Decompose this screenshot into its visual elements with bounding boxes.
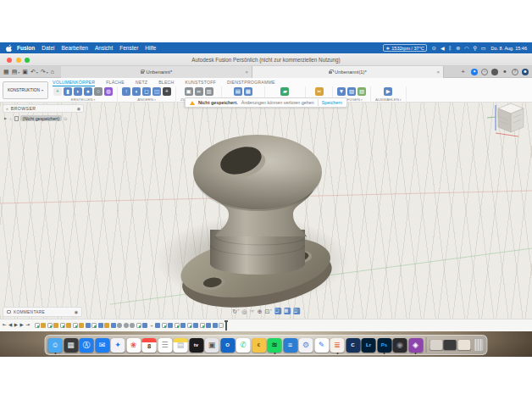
timeline-feature-sketch[interactable] bbox=[60, 323, 65, 329]
press-pull-icon[interactable]: ↑ bbox=[122, 87, 130, 96]
step-back-icon[interactable]: ◀ bbox=[8, 323, 12, 328]
profile-icon[interactable]: ☻ bbox=[502, 69, 508, 75]
minimized-window-2[interactable] bbox=[444, 340, 457, 350]
construction-plane-icon[interactable]: ▰ bbox=[280, 87, 289, 96]
timeline-feature-blue[interactable] bbox=[193, 323, 198, 329]
menu-ansicht[interactable]: Ansicht bbox=[91, 45, 116, 51]
ribbon-tab-dienstprogramme[interactable]: DIENSTPROGRAMME bbox=[227, 79, 275, 86]
timeline-feature-blue[interactable] bbox=[206, 323, 211, 329]
avatar-icon[interactable]: ☻ bbox=[522, 69, 529, 75]
group-label-erstellen[interactable]: ERSTELLEN bbox=[71, 97, 95, 102]
photos-icon[interactable]: ❀ bbox=[126, 338, 141, 353]
document-tab-1[interactable]: Unbenannt*× bbox=[61, 66, 252, 78]
viewports-icon[interactable]: ◫▾ bbox=[293, 308, 300, 314]
shell-icon[interactable]: ◻ bbox=[142, 87, 151, 96]
form-icon[interactable]: ◍ bbox=[104, 87, 113, 96]
measure-icon[interactable]: ≍ bbox=[315, 87, 324, 96]
ribbon-tab-kunststoff[interactable]: KUNSTSTOFF bbox=[186, 79, 217, 86]
browser-root-node[interactable]: ▶ ☼ (Nicht gespeichert) ⊙ bbox=[3, 115, 84, 121]
menu-clock[interactable]: Do. 8. Aug. 15:46 bbox=[490, 46, 527, 51]
timeline-feature-gold[interactable] bbox=[79, 323, 84, 329]
ribbon-tab-volumenkörper[interactable]: VOLUMENKÖRPER bbox=[53, 79, 95, 86]
timeline-feature-grey[interactable] bbox=[130, 323, 135, 329]
display-settings-icon[interactable]: ▢▾ bbox=[274, 308, 281, 314]
preview-icon[interactable]: ▣ bbox=[205, 338, 219, 353]
outlook-icon[interactable]: O bbox=[220, 338, 235, 353]
save-button[interactable]: Speichern bbox=[322, 100, 342, 105]
group-label-auswählen[interactable]: AUSWÄHLEN bbox=[375, 97, 402, 102]
insert-mesh-icon[interactable]: ▼ bbox=[337, 87, 346, 96]
c-app-icon[interactable]: C bbox=[346, 338, 360, 353]
timeline-feature-sketch[interactable] bbox=[187, 323, 192, 329]
drawing-app-icon[interactable]: ✎ bbox=[314, 338, 329, 353]
facetime-icon[interactable]: ✆ bbox=[236, 338, 251, 353]
timeline-feature-blue[interactable] bbox=[155, 323, 160, 329]
timeline-feature-grey[interactable] bbox=[117, 323, 122, 329]
file-icon[interactable]: ▤▾ bbox=[12, 69, 20, 75]
search-icon[interactable]: ⚲ bbox=[473, 46, 476, 51]
timeline-feature-sketch[interactable] bbox=[73, 323, 78, 329]
spotify-icon[interactable]: ≋ bbox=[268, 338, 282, 353]
help-icon[interactable]: ? bbox=[512, 69, 518, 75]
apple-menu[interactable] bbox=[5, 44, 12, 52]
timeline-feature-blue[interactable] bbox=[180, 323, 186, 329]
go-to-start-icon[interactable]: ⇤ bbox=[3, 323, 7, 328]
reminders-icon[interactable]: ☰ bbox=[158, 338, 172, 353]
timeline-feature-gold[interactable] bbox=[104, 323, 109, 329]
new-document-tab-button[interactable]: + bbox=[457, 68, 469, 75]
volume-icon[interactable]: ◀ bbox=[441, 46, 445, 51]
pan-icon[interactable]: ☞ bbox=[249, 308, 254, 314]
fan-temp-stat[interactable]: 1532rpm / 37°C bbox=[383, 44, 427, 52]
calendar-icon[interactable]: 8 bbox=[142, 338, 157, 353]
lightroom-icon[interactable]: Lr bbox=[362, 338, 376, 353]
timeline-feature-blue[interactable] bbox=[168, 323, 173, 329]
timeline-feature-gold[interactable] bbox=[53, 323, 58, 329]
ribbon-tab-netz[interactable]: NETZ bbox=[136, 79, 147, 86]
scene-canvas[interactable] bbox=[0, 103, 532, 319]
wifi-icon[interactable]: ◠ bbox=[464, 46, 468, 51]
extensions-icon[interactable]: ✦ bbox=[471, 69, 478, 75]
safari-icon[interactable]: ✦ bbox=[111, 338, 125, 353]
ribbon-tab-blech[interactable]: BLECH bbox=[158, 79, 174, 86]
configuration-icon[interactable]: ▤ bbox=[234, 87, 242, 96]
redo-icon[interactable]: ↷▾ bbox=[41, 69, 48, 75]
trash-icon[interactable] bbox=[474, 338, 485, 352]
extrude-icon[interactable]: ▮ bbox=[64, 87, 72, 96]
group-label-ändern[interactable]: ÄNDERN bbox=[137, 97, 155, 102]
collapse-icon[interactable]: « bbox=[6, 106, 8, 111]
grid-and-snaps-icon[interactable]: ▦▾ bbox=[284, 308, 291, 314]
timeline-feature-sketch[interactable] bbox=[91, 323, 97, 329]
joint-icon[interactable]: ∞ bbox=[195, 87, 203, 96]
timeline-feature-sketch[interactable] bbox=[35, 323, 40, 329]
timeline-feature-sketch[interactable] bbox=[200, 323, 205, 329]
timeline-feature-blue[interactable] bbox=[86, 323, 91, 329]
data-panel-icon[interactable]: ▦ bbox=[3, 69, 9, 75]
timeline-feature-gold[interactable] bbox=[41, 323, 46, 329]
comments-panel[interactable]: KOMMENTARE ◉ bbox=[3, 307, 82, 317]
timeline-feature-sketch[interactable] bbox=[47, 323, 53, 329]
timeline-feature-sketch[interactable] bbox=[162, 323, 167, 329]
go-to-end-icon[interactable]: ⇥ bbox=[25, 323, 30, 328]
pattern-icon[interactable]: ○ bbox=[94, 87, 103, 96]
combine-icon[interactable]: ◫ bbox=[152, 87, 161, 96]
play-icon[interactable]: ▶ bbox=[14, 323, 18, 328]
photoshop-icon[interactable]: Ps bbox=[377, 338, 391, 353]
finder-icon[interactable]: ☺ bbox=[48, 338, 63, 353]
minimized-window-1[interactable] bbox=[429, 340, 442, 350]
rigid-group-icon[interactable]: ▥ bbox=[205, 87, 213, 96]
menu-fenster[interactable]: Fenster bbox=[116, 45, 141, 51]
timeline-feature-gold[interactable] bbox=[66, 323, 71, 329]
root-document-label[interactable]: (Nicht gespeichert) bbox=[20, 115, 63, 121]
menu-datei[interactable]: Datei bbox=[38, 45, 58, 51]
app-store-icon[interactable]: Ⓐ bbox=[80, 338, 94, 353]
globe-app-icon[interactable]: ◉ bbox=[393, 338, 407, 353]
timeline-feature-plus[interactable]: + bbox=[149, 323, 154, 329]
timeline-feature-blue[interactable] bbox=[213, 323, 218, 329]
help-icon[interactable]: ⊙ bbox=[432, 46, 436, 51]
bluetooth-icon[interactable]: ᛒ bbox=[449, 46, 452, 51]
timeline-position-marker[interactable] bbox=[225, 321, 227, 331]
timeline-feature-blue[interactable] bbox=[142, 323, 147, 329]
move-icon[interactable]: + bbox=[163, 87, 171, 96]
word-icon[interactable]: ≡ bbox=[283, 338, 297, 353]
menu-bearbeiten[interactable]: Bearbeiten bbox=[58, 45, 91, 51]
